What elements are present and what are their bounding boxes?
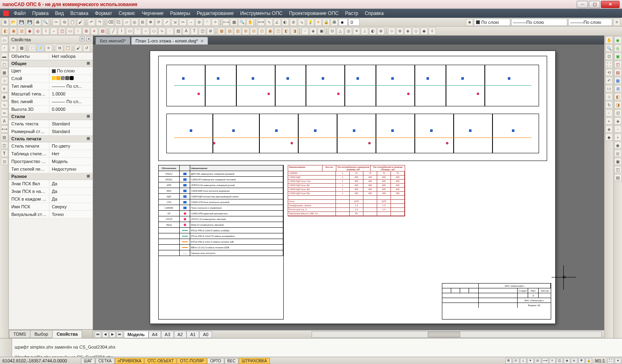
color-swatch-icon[interactable]: ■ — [466, 19, 473, 26]
vtool-block-icon[interactable]: ◫ — [1, 142, 8, 149]
panel-close-icon[interactable]: ✕ — [86, 36, 91, 41]
ops-panel-icon[interactable]: ▥ — [18, 28, 25, 35]
snap-perp-icon[interactable]: ⊥ — [361, 28, 368, 35]
snap-int-icon[interactable]: ✕ — [353, 28, 360, 35]
table-c10-icon[interactable]: ◨ — [291, 28, 298, 35]
layout-last-icon[interactable]: ⏭ — [117, 331, 123, 338]
menu-file[interactable]: Файл — [11, 10, 29, 17]
menu-modify[interactable]: Редактирование — [193, 10, 237, 17]
prop-row[interactable]: Пространство та...Модель — [9, 158, 93, 165]
rops-11-icon[interactable]: ◈ — [614, 117, 622, 125]
ops-riser-icon[interactable]: ↕ — [74, 28, 82, 35]
status-vis-icon[interactable]: 👁 — [578, 358, 585, 364]
view-iso-icon[interactable]: ◈ — [310, 28, 317, 35]
prop-row[interactable]: Слой — [9, 75, 93, 83]
scale-icon[interactable]: ⤢ — [163, 19, 170, 26]
prop-row[interactable]: Знак ПСК ВклДа — [9, 180, 93, 188]
save-icon[interactable]: 💾 — [18, 19, 25, 26]
close-button[interactable]: ✕ — [601, 1, 620, 8]
layout-a0[interactable]: A0 — [199, 331, 212, 338]
vtool-group-icon[interactable]: ⊡ — [1, 158, 8, 165]
prop-add-icon[interactable]: + — [10, 44, 17, 52]
layout-next-icon[interactable]: ▶ — [109, 331, 116, 338]
copy-obj-icon[interactable]: ⿻ — [115, 19, 122, 26]
ucs-z-icon[interactable]: ◊ — [429, 28, 436, 35]
insert-icon[interactable]: ⊕ — [207, 28, 214, 35]
break-icon[interactable]: ⊘ — [195, 19, 203, 26]
dim-angular-icon[interactable]: ∠ — [274, 19, 281, 26]
status-iso-icon[interactable]: ◈ — [564, 358, 570, 364]
prop-group[interactable]: Стиль печати — [9, 135, 93, 142]
status-grid-icon[interactable]: ⊞ — [505, 358, 512, 364]
area-icon[interactable]: ▦ — [230, 19, 238, 26]
table-c9-icon[interactable]: ◧ — [282, 28, 290, 35]
layout-a3[interactable]: A3 — [161, 331, 174, 338]
status-toggle-сетка[interactable]: СЕТКА — [96, 358, 115, 364]
spline-icon[interactable]: ∿ — [158, 28, 166, 35]
undo-icon[interactable]: ↶ — [88, 19, 95, 26]
layout-a2[interactable]: A2 — [174, 331, 187, 338]
vtool-area-icon[interactable]: ▦ — [1, 69, 8, 76]
rnav-zoome-icon[interactable]: ⛶ — [605, 61, 613, 68]
rops-3-icon[interactable]: ▣ — [614, 53, 622, 60]
prop-reset-icon[interactable]: ↺ — [83, 44, 90, 52]
preview-icon[interactable]: 🔍 — [42, 19, 49, 26]
rops-1-icon[interactable]: ◉ — [614, 36, 622, 44]
dim-aligned-icon[interactable]: ⤡ — [265, 19, 273, 26]
menu-help[interactable]: Справка — [361, 10, 387, 17]
h-scroll-thumb[interactable] — [428, 332, 460, 337]
prop-group[interactable]: Общие — [9, 60, 93, 67]
ops-route-icon[interactable]: ⌿ — [50, 28, 57, 35]
rops-8-icon[interactable]: ◧ — [614, 93, 622, 100]
prop-row[interactable]: Имя ПСКСверху — [9, 203, 93, 211]
vtool-tray-icon[interactable]: ═ — [1, 109, 8, 116]
rnav-4-icon[interactable]: ◆ — [605, 133, 613, 141]
ops-grid-icon[interactable]: ⊞ — [83, 28, 90, 35]
menu-format[interactable]: Формат — [91, 10, 115, 17]
rops-13-icon[interactable]: ▪ — [614, 133, 622, 141]
rops-10-icon[interactable]: ⊡ — [614, 109, 622, 116]
vtool-axis-icon[interactable]: ⊹ — [1, 77, 8, 84]
table-c6-icon[interactable]: ⊡ — [258, 28, 265, 35]
ucs-p-icon[interactable]: ⊕ — [396, 28, 403, 35]
rops-17-icon[interactable]: ◫ — [614, 166, 622, 173]
status-ortho-icon[interactable]: ⊥ — [520, 358, 526, 364]
prop-copy-icon[interactable]: ⧉ — [56, 44, 63, 52]
ops-cable-icon[interactable]: ⌇ — [42, 28, 49, 35]
prop-row[interactable]: Размерный стильStandard — [9, 128, 93, 135]
rnav-fit-icon[interactable]: ⊹ — [605, 93, 613, 100]
prop-row[interactable]: Знак ПСК в нача...Да — [9, 188, 93, 195]
layout-first-icon[interactable]: ⏮ — [95, 331, 101, 338]
prop-row[interactable]: Вес линий——— По сл... — [9, 98, 93, 106]
leader-icon[interactable]: ↘ — [298, 19, 305, 26]
panel-tab-tdms[interactable]: TDMS — [9, 330, 30, 338]
panel-tab-props[interactable]: Свойства — [52, 330, 82, 338]
layer-lock-icon[interactable]: 🔒 — [323, 19, 330, 26]
viewport[interactable]: Обозначение Наименование ИП212ДИП-34А из… — [93, 44, 604, 330]
layout-model[interactable]: Модель — [124, 331, 149, 338]
rnav-1-icon[interactable]: ▫ — [605, 109, 613, 116]
status-toggle-орто[interactable]: ОРТО — [207, 358, 224, 364]
vtool-text-icon[interactable]: T — [1, 150, 8, 157]
mirror-icon[interactable]: ▱ — [123, 19, 130, 26]
prop-row[interactable]: Тип стилей печатиНедоступно — [9, 165, 93, 173]
view-3d-icon[interactable]: ▣ — [318, 28, 325, 35]
layer-name-combo[interactable]: 0 — [348, 19, 360, 26]
rnav-2-icon[interactable]: ▪ — [605, 117, 613, 125]
open-icon[interactable]: 📂 — [10, 19, 17, 26]
vtool-wall-icon[interactable]: ▭ — [1, 36, 8, 44]
prop-pick-icon[interactable]: ⬚ — [29, 44, 36, 52]
pan-icon[interactable]: ✋ — [246, 19, 254, 26]
doc-tab-1[interactable]: План 1-ого этажа - копия.dwg*✕ — [131, 37, 208, 44]
layer-print-icon[interactable]: 🖶 — [331, 19, 338, 26]
rnav-prev-icon[interactable]: ↶ — [605, 77, 613, 84]
prop-group[interactable]: Стили — [9, 113, 93, 120]
color-combo[interactable]: По слою — [474, 19, 510, 26]
line-icon[interactable]: ╱ — [110, 28, 117, 35]
dim-linear-icon[interactable]: ⟷ — [257, 19, 265, 26]
rops-14-icon[interactable]: ◉ — [614, 142, 622, 149]
rnav-pan-icon[interactable]: ✋ — [605, 36, 613, 44]
ops-siren-icon[interactable]: ◎ — [34, 28, 41, 35]
text-icon[interactable]: A — [183, 28, 190, 35]
menu-draw[interactable]: Черчение — [138, 10, 167, 17]
